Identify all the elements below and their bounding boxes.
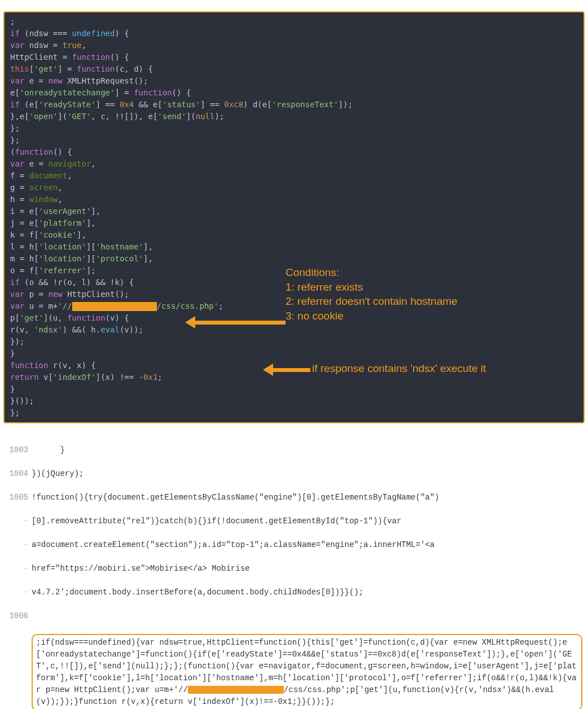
redacted-domain-icon [72,302,157,311]
redacted-domain-icon [188,686,284,694]
code-block-minified-context: 1003 } 1004})(jQuery); 1005!function(){t… [3,431,585,709]
code-block-beautified: ; if (ndsw === undefined) { var ndsw = t… [3,11,585,423]
code-block-minified-highlighted: ;if(ndsw===undefined){var ndsw=true,Http… [32,634,582,709]
arrow-icon [185,316,286,329]
arrow-icon [263,364,310,376]
annotation-exec: if response contains 'ndsx' execute it [312,361,486,376]
annotation-conditions: Conditions: 1: referrer exists 2: referr… [286,265,458,323]
